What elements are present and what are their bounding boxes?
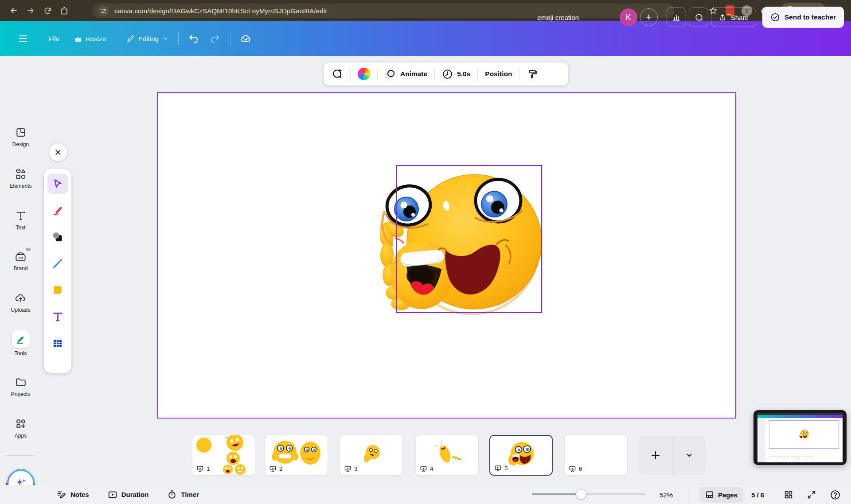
shapes-tool[interactable] xyxy=(47,227,68,247)
line-tool[interactable] xyxy=(47,253,68,274)
position-button[interactable]: Position xyxy=(483,68,514,80)
zoom-slider-handle[interactable] xyxy=(576,489,586,500)
pip-screen xyxy=(757,413,843,462)
page-thumbnail-1[interactable]: 1 xyxy=(192,435,255,476)
notes-icon xyxy=(57,490,66,500)
sidebar-item-uploads[interactable]: Uploads xyxy=(0,291,41,313)
color-wheel-icon xyxy=(358,68,370,80)
tools-icon xyxy=(12,330,30,348)
resize-button[interactable]: Resize xyxy=(69,31,111,47)
emoji-artwork[interactable] xyxy=(380,163,544,318)
editing-mode-dropdown[interactable]: Editing xyxy=(121,30,174,47)
chevron-down-icon xyxy=(162,35,168,42)
comments-button[interactable] xyxy=(689,8,708,27)
zoom-slider[interactable] xyxy=(532,493,646,495)
screen-preview-pip[interactable] xyxy=(753,410,847,465)
sidebar-item-text[interactable]: Text xyxy=(0,209,41,231)
color-picker-button[interactable] xyxy=(356,66,372,82)
cloud-saved-icon[interactable] xyxy=(235,28,257,49)
send-to-teacher-button[interactable]: Send to teacher xyxy=(762,7,844,28)
help-button[interactable] xyxy=(830,487,841,503)
share-icon xyxy=(718,13,726,21)
sidebar-item-elements[interactable]: Elements xyxy=(0,167,41,189)
copy-style-button[interactable] xyxy=(525,67,539,81)
fullscreen-button[interactable] xyxy=(807,487,816,503)
duration-button[interactable]: Duration xyxy=(103,487,153,502)
text-icon xyxy=(14,209,27,222)
table-tool[interactable] xyxy=(47,333,68,353)
browser-home-icon[interactable] xyxy=(56,2,73,19)
sidebar-item-projects[interactable]: Projects xyxy=(0,376,41,397)
close-icon xyxy=(55,149,62,156)
sticky-note-tool[interactable] xyxy=(47,280,68,300)
brand-icon: co xyxy=(14,250,27,263)
page-thumbnail-5[interactable]: 5 xyxy=(489,435,553,476)
page-thumbnail-6[interactable]: 6 xyxy=(564,435,628,476)
paint-roller-icon xyxy=(527,69,538,80)
browser-back-icon[interactable] xyxy=(5,2,22,19)
close-tools-button[interactable] xyxy=(49,143,67,161)
apps-icon xyxy=(14,417,27,430)
drawing-tools-panel xyxy=(44,169,71,373)
zoom-percent[interactable]: 52% xyxy=(660,487,673,503)
add-page-button[interactable] xyxy=(639,436,672,475)
url-text: canva.com/design/DAGwkCzSAQM/10hKScLoyMy… xyxy=(114,7,327,15)
share-button[interactable]: Share xyxy=(711,8,756,27)
site-permissions-icon[interactable] xyxy=(98,6,109,16)
invite-add-button[interactable]: + xyxy=(640,8,658,26)
sidebar-item-apps[interactable]: Apps xyxy=(0,417,41,439)
document-title[interactable]: emoji creation xyxy=(501,0,579,35)
left-sidebar: Design Elements Text co Brand Uploads To… xyxy=(0,56,41,504)
timer-icon xyxy=(167,490,177,500)
file-menu-button[interactable]: File xyxy=(43,31,65,47)
browser-reload-icon[interactable] xyxy=(39,2,56,19)
redo-button[interactable] xyxy=(204,29,226,48)
add-page-controls xyxy=(639,436,706,475)
insights-chart-button[interactable] xyxy=(667,8,686,27)
grid-view-button[interactable] xyxy=(784,487,793,503)
projects-icon xyxy=(14,376,27,389)
animate-button[interactable]: Animate xyxy=(383,66,429,81)
pencil-icon xyxy=(126,35,135,43)
select-tool[interactable] xyxy=(47,174,68,194)
comment-plus-icon xyxy=(332,68,343,80)
uploads-icon xyxy=(14,291,27,305)
element-context-toolbar: Animate 5.0s Position xyxy=(324,62,568,85)
user-avatar[interactable]: K xyxy=(620,8,637,26)
draw-marker-tool[interactable] xyxy=(47,200,68,221)
add-comment-button[interactable] xyxy=(330,66,345,81)
main-menu-button[interactable] xyxy=(12,29,34,48)
timer-button[interactable]: Timer xyxy=(163,487,203,502)
design-icon xyxy=(14,126,27,139)
sidebar-item-design[interactable]: Design xyxy=(0,126,41,147)
elements-icon xyxy=(14,167,27,181)
svg-text:co: co xyxy=(19,255,23,260)
check-circle-icon xyxy=(770,12,780,22)
address-bar[interactable]: canva.com/design/DAGwkCzSAQM/10hKScLoyMy… xyxy=(92,4,675,18)
sidebar-item-brand[interactable]: co Brand xyxy=(0,250,41,271)
add-page-options-button[interactable] xyxy=(672,436,707,475)
crown-icon xyxy=(74,35,82,42)
text-tool[interactable] xyxy=(47,306,68,327)
sidebar-item-tools[interactable]: Tools xyxy=(0,330,41,357)
page-indicator: 5 / 6 xyxy=(751,487,764,503)
crown-badge-icon xyxy=(25,246,31,251)
browser-forward-icon[interactable] xyxy=(22,2,39,19)
page-thumbnail-3[interactable]: 3 xyxy=(340,435,403,476)
page-thumbnail-2[interactable]: 2 xyxy=(265,435,328,476)
notes-button[interactable]: Notes xyxy=(52,487,94,502)
undo-button[interactable] xyxy=(183,29,204,48)
pages-icon xyxy=(705,490,714,499)
clock-icon xyxy=(442,69,453,80)
animate-icon xyxy=(385,68,396,80)
pages-view-button[interactable]: Pages xyxy=(699,487,743,503)
duration-icon xyxy=(108,490,117,500)
pip-canvas xyxy=(769,420,839,449)
timing-button[interactable]: 5.0s xyxy=(440,67,472,81)
page-thumbnail-4[interactable]: 4 xyxy=(415,435,479,476)
